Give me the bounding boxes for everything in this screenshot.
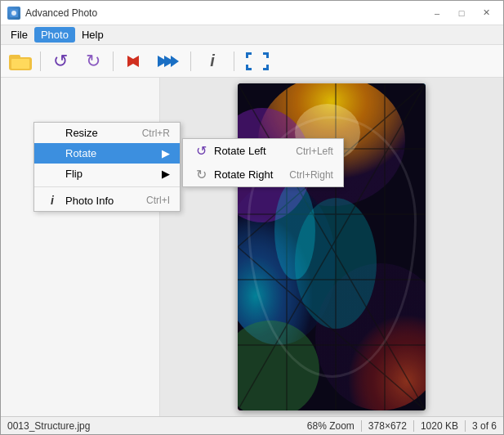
content-area: Resize Ctrl+R Rotate ▶ Flip ▶ i Photo In… (1, 78, 503, 416)
toolbar: ↺ ↻ i (1, 45, 503, 78)
resize-label: Resize (65, 127, 126, 139)
menu-rotate[interactable]: Rotate ▶ (34, 143, 180, 164)
svg-point-1 (11, 11, 16, 16)
rotate-right-menu-label: Rotate Right (214, 168, 273, 181)
menu-separator (34, 186, 180, 187)
menu-flip[interactable]: Flip ▶ (34, 164, 180, 184)
minimize-button[interactable]: – (426, 5, 448, 21)
status-filesize: 1020 KB (421, 420, 458, 432)
menu-resize[interactable]: Resize Ctrl+R (34, 123, 180, 143)
rotate-right-icon: ↻ (86, 52, 100, 70)
info-icon: i (210, 52, 215, 70)
photo-info-label: Photo Info (65, 195, 130, 207)
photo-info-shortcut: Ctrl+I (146, 195, 170, 206)
flip-arrow: ▶ (162, 168, 170, 180)
window-controls: – □ ✕ (426, 5, 497, 21)
photo-display (238, 83, 426, 410)
rotate-right-shortcut: Ctrl+Right (289, 169, 333, 181)
rotate-right-menu-item[interactable]: ↻ Rotate Right Ctrl+Right (183, 163, 343, 186)
image-area (160, 78, 503, 416)
arrow-left-icon (124, 52, 142, 70)
svg-marker-6 (171, 56, 179, 67)
rotate-left-shortcut: Ctrl+Left (296, 146, 333, 157)
menu-bar: File Photo Help (1, 25, 503, 45)
svg-marker-7 (246, 52, 252, 58)
rotate-right-icon-menu: ↻ (193, 167, 209, 182)
rotate-right-button[interactable]: ↻ (78, 48, 108, 74)
resize-shortcut: Ctrl+R (142, 128, 170, 139)
rotate-left-menu-item[interactable]: ↺ Rotate Left Ctrl+Left (183, 139, 343, 163)
photo-menu: Resize Ctrl+R Rotate ▶ Flip ▶ i Photo In… (33, 122, 181, 212)
close-button[interactable]: ✕ (475, 5, 497, 21)
arrow-right-icon (156, 52, 181, 70)
status-div-1 (361, 420, 362, 432)
flip-label: Flip (65, 168, 155, 180)
status-position: 3 of 6 (472, 420, 497, 432)
app-icon (7, 7, 20, 20)
toolbar-sep-4 (234, 52, 234, 71)
menu-file[interactable]: File (4, 27, 34, 43)
svg-point-13 (238, 182, 336, 345)
svg-point-30 (274, 182, 315, 280)
rotate-left-menu-label: Rotate Left (214, 145, 279, 157)
svg-marker-8 (263, 52, 269, 58)
rotate-left-icon: ↺ (53, 52, 68, 70)
svg-marker-3 (129, 56, 139, 67)
menu-help[interactable]: Help (75, 27, 110, 43)
status-div-3 (465, 420, 466, 432)
info-button[interactable]: i (196, 48, 229, 74)
maximize-button[interactable]: □ (451, 5, 472, 21)
svg-marker-9 (246, 65, 252, 70)
menu-photo-info[interactable]: i Photo Info Ctrl+I (34, 190, 180, 211)
toolbar-sep-3 (190, 52, 191, 71)
open-folder-button[interactable] (6, 48, 35, 74)
rotate-arrow: ▶ (162, 147, 170, 159)
svg-point-17 (238, 321, 319, 410)
rotate-label: Rotate (65, 147, 155, 159)
info-icon-menu: i (44, 194, 60, 207)
status-div-2 (413, 420, 414, 432)
toolbar-sep-2 (113, 52, 114, 71)
menu-photo[interactable]: Photo (34, 27, 75, 43)
fullscreen-button[interactable] (239, 48, 275, 74)
prev-button[interactable] (118, 48, 148, 74)
status-filename: 0013_Structure.jpg (7, 420, 301, 432)
rotate-left-button[interactable]: ↺ (46, 48, 75, 74)
next-button[interactable] (151, 48, 185, 74)
photo-svg (238, 83, 426, 410)
fullscreen-icon (244, 51, 270, 72)
toolbar-sep-1 (40, 52, 41, 71)
svg-point-16 (295, 198, 377, 329)
app-window: Advanced Photo – □ ✕ File Photo Help ↺ ↻ (0, 0, 504, 435)
status-bar: 0013_Structure.jpg 68% Zoom 378×672 1020… (1, 416, 503, 434)
rotate-submenu: ↺ Rotate Left Ctrl+Left ↻ Rotate Right C… (182, 138, 344, 187)
rotate-left-icon-menu: ↺ (193, 143, 209, 159)
svg-marker-10 (263, 65, 269, 70)
status-zoom: 68% Zoom (307, 420, 355, 432)
window-title: Advanced Photo (25, 7, 426, 19)
title-bar: Advanced Photo – □ ✕ (1, 1, 503, 25)
status-dimensions: 378×672 (368, 420, 407, 432)
